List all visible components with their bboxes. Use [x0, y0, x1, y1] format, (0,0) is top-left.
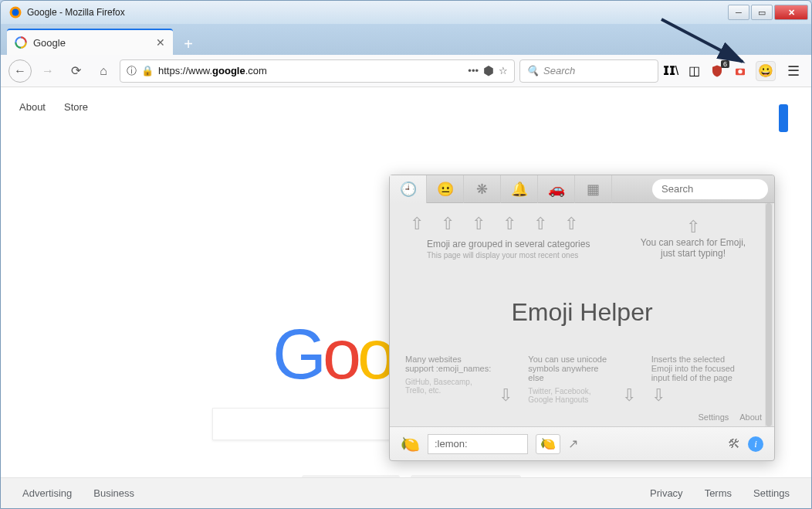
col3-text: Inserts the selected Emoji into the focu… — [651, 355, 737, 382]
emoji-helper-panel: 🕘 😐 ❋ 🔔 🚗 ▦ ⇧ ⇧ ⇧ ⇧ ⇧ ⇧ Emoji are gr — [389, 175, 775, 461]
menu-button[interactable]: ☰ — [783, 63, 804, 80]
lock-icon: 🔒 — [141, 65, 154, 76]
footer-privacy[interactable]: Privacy — [650, 487, 683, 499]
tab-symbols[interactable]: ▦ — [575, 175, 612, 203]
svg-point-4 — [738, 70, 742, 73]
emoji-category-tabs: 🕘 😐 ❋ 🔔 🚗 ▦ — [390, 175, 774, 203]
up-arrow-icon: ⇧ — [533, 214, 547, 234]
browser-search-bar[interactable]: 🔍 Search — [519, 59, 658, 83]
info-icon[interactable]: i — [748, 436, 763, 452]
site-info-icon[interactable]: ⓘ — [127, 64, 137, 78]
back-button[interactable]: ← — [8, 59, 32, 83]
tab-strip: Google ✕ + — [1, 24, 811, 55]
tab-places[interactable]: 🚗 — [538, 175, 575, 203]
pocket-icon[interactable]: ⬢ — [483, 63, 494, 78]
home-button[interactable]: ⌂ — [92, 59, 115, 83]
camera-icon[interactable] — [732, 63, 748, 79]
url-text: https://www.google.com — [158, 65, 267, 76]
tab-nature[interactable]: ❋ — [464, 175, 501, 203]
panel-scrollbar[interactable] — [765, 203, 773, 426]
emoji-panel-footer: 🍋 🍋 ↗ 🛠 i — [390, 426, 774, 460]
down-arrow-icon: ⇩ — [499, 385, 513, 406]
share-icon[interactable]: ↗ — [568, 436, 578, 451]
down-arrow-icon: ⇩ — [651, 385, 665, 406]
url-bar[interactable]: ⓘ 🔒 https://www.google.com ••• ⬢ ☆ — [120, 59, 515, 83]
col2-sub: Twitter, Facebook, Google Hangouts — [528, 387, 614, 404]
col1-sub: GitHub, Basecamp, Trello, etc. — [405, 378, 491, 395]
tab-close-icon[interactable]: ✕ — [156, 36, 165, 49]
window-title: Google - Mozilla Firefox — [27, 7, 125, 18]
footer-terms[interactable]: Terms — [705, 487, 732, 499]
browser-toolbar: ← → ⟳ ⌂ ⓘ 🔒 https://www.google.com ••• ⬢… — [1, 55, 811, 87]
firefox-icon — [8, 5, 22, 19]
reload-button[interactable]: ⟳ — [64, 59, 87, 83]
page-actions-icon[interactable]: ••• — [468, 65, 479, 76]
google-favicon-icon — [15, 36, 27, 49]
nav-store[interactable]: Store — [64, 101, 88, 113]
panel-settings-link[interactable]: Settings — [699, 412, 729, 422]
maximize-button[interactable]: ▭ — [751, 5, 773, 20]
up-arrow-icon: ⇧ — [472, 214, 486, 234]
footer-advertising[interactable]: Advertising — [22, 487, 72, 499]
footer-business[interactable]: Business — [93, 487, 134, 499]
tab-google[interactable]: Google ✕ — [7, 29, 173, 55]
col2-text: You can use unicode symbols anywhere els… — [528, 355, 614, 382]
hint-search: You can search for Emoji, just start typ… — [635, 237, 751, 259]
emoji-search-input[interactable] — [652, 179, 768, 199]
close-button[interactable]: ✕ — [774, 5, 808, 20]
footer-settings[interactable]: Settings — [753, 487, 790, 499]
up-arrow-icon: ⇧ — [635, 217, 751, 237]
ublock-badge: 6 — [721, 60, 729, 68]
emoji-preview: 🍋 — [401, 435, 420, 453]
tab-objects[interactable]: 🔔 — [501, 175, 538, 203]
search-icon: 🔍 — [526, 65, 539, 76]
bookmark-star-icon[interactable]: ☆ — [499, 65, 508, 76]
window-titlebar: Google - Mozilla Firefox ─ ▭ ✕ — [1, 1, 811, 24]
up-arrow-icon: ⇧ — [441, 214, 455, 234]
down-arrow-icon: ⇩ — [622, 385, 636, 406]
forward-button: → — [36, 59, 59, 83]
google-footer: Advertising Business Privacy Terms Setti… — [1, 477, 811, 508]
library-icon[interactable]: 𝗜𝗜\ — [663, 63, 678, 79]
tools-icon[interactable]: 🛠 — [728, 437, 740, 451]
tab-recent[interactable]: 🕘 — [390, 175, 427, 203]
tab-people[interactable]: 😐 — [427, 175, 464, 203]
tab-label: Google — [33, 37, 66, 49]
minimize-button[interactable]: ─ — [728, 5, 749, 20]
emoji-panel-title: Emoji Helper — [405, 298, 759, 327]
emoji-extension-button[interactable]: 😀 — [756, 61, 776, 81]
ublock-icon[interactable]: 6 — [709, 63, 725, 79]
up-arrow-icon: ⇧ — [502, 214, 516, 234]
emoji-code-input[interactable] — [428, 434, 528, 454]
panel-about-link[interactable]: About — [739, 412, 762, 422]
search-placeholder: Search — [543, 65, 575, 76]
svg-point-1 — [12, 9, 19, 16]
new-tab-button[interactable]: + — [178, 33, 199, 55]
sign-in-button[interactable] — [779, 104, 788, 132]
emoji-copy-button[interactable]: 🍋 — [536, 434, 560, 454]
col1-text: Many websites support :emoji_names: — [405, 355, 491, 373]
nav-about[interactable]: About — [19, 101, 46, 113]
page-content: About Store Google Google Search I'm Fee… — [1, 87, 811, 479]
up-arrow-icon: ⇧ — [564, 214, 578, 234]
sidebar-icon[interactable]: ◫ — [686, 63, 702, 79]
up-arrow-icon: ⇧ — [410, 214, 424, 234]
